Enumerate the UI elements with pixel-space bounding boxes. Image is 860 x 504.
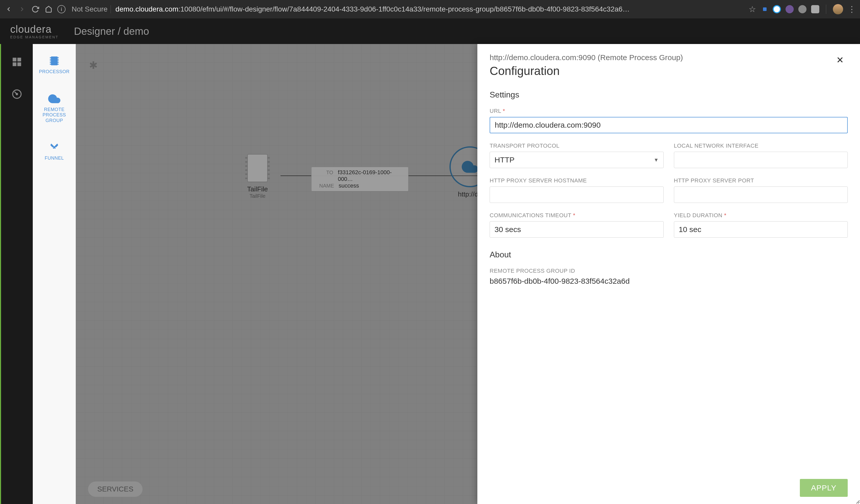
transport-select[interactable]: HTTP ▼ [490, 152, 664, 168]
svg-line-22 [858, 502, 859, 503]
about-section: About REMOTE PROCESS GROUP ID b8657f6b-d… [490, 250, 848, 285]
conn-name-key: NAME [316, 183, 334, 189]
extension-icon-4[interactable] [798, 5, 806, 13]
cloud-icon [48, 92, 61, 105]
back-button[interactable] [4, 5, 13, 14]
resize-handle[interactable] [854, 498, 860, 504]
breadcrumb[interactable]: Designer / demo [74, 26, 149, 37]
extension-icon-2[interactable] [773, 5, 781, 13]
conn-to-val: f331262c-0169-1000-000… [338, 169, 404, 182]
logo-text: cloudera [10, 24, 59, 35]
svg-rect-0 [13, 58, 17, 62]
sidebar-label: PROCESSOR [39, 69, 70, 75]
app-header: cloudera EDGE MANAGEMENT Designer / demo [0, 18, 860, 44]
configuration-panel: http://demo.cloudera.com:9090 (Remote Pr… [477, 44, 860, 504]
comm-timeout-label: COMMUNICATIONS TIMEOUT * [490, 212, 664, 219]
chrome-menu[interactable]: ⋮ [848, 4, 856, 14]
conn-to-key: TO [316, 169, 333, 176]
form-group-yield: YIELD DURATION * [674, 212, 848, 238]
svg-line-21 [857, 500, 859, 503]
svg-rect-6 [51, 57, 58, 65]
sidebar-item-rpg[interactable]: REMOTE PROCESS GROUP [33, 88, 76, 128]
main-layout: PROCESSOR REMOTE PROCESS GROUP FUNNEL ✱ … [0, 44, 860, 504]
proxy-port-label: HTTP PROXY SERVER PORT [674, 177, 848, 184]
transport-value: HTTP [494, 155, 515, 164]
svg-rect-2 [13, 62, 17, 66]
connection-label[interactable]: TO f331262c-0169-1000-000… NAME success [311, 167, 408, 191]
yield-label: YIELD DURATION * [674, 212, 848, 219]
svg-rect-1 [17, 58, 21, 62]
browser-chrome: i Not Secure demo.cloudera.com:10080/efm… [0, 0, 860, 18]
lni-label: LOCAL NETWORK INTERFACE [674, 143, 848, 149]
logo-subtitle: EDGE MANAGEMENT [10, 35, 59, 39]
processor-name: TailFile [247, 185, 268, 193]
profile-avatar[interactable] [833, 4, 843, 14]
proxy-host-label: HTTP PROXY SERVER HOSTNAME [490, 177, 664, 184]
close-button[interactable] [832, 53, 848, 68]
rail-dashboard-icon[interactable] [11, 56, 23, 68]
info-icon[interactable]: i [57, 5, 66, 13]
apply-button[interactable]: APPLY [800, 479, 848, 497]
settings-section-title: Settings [490, 90, 848, 100]
rail-gauge-icon[interactable] [11, 88, 23, 99]
form-group-proxy-port: HTTP PROXY SERVER PORT [674, 177, 848, 203]
yield-input[interactable] [674, 221, 848, 238]
svg-point-5 [16, 93, 18, 95]
about-section-title: About [490, 250, 848, 260]
config-subtitle: http://demo.cloudera.com:9090 (Remote Pr… [490, 53, 683, 62]
divider [826, 5, 826, 14]
proxy-port-input[interactable] [674, 187, 848, 203]
processor-node[interactable]: TailFile TailFile [240, 154, 275, 199]
form-group-comm-timeout: COMMUNICATIONS TIMEOUT * [490, 212, 664, 238]
form-group-url: URL * [490, 108, 848, 133]
url-host: demo.cloudera.com [115, 5, 178, 13]
chrome-actions: ☆ ⋮ [748, 4, 856, 14]
nav-rail [0, 44, 33, 504]
conn-name-val: success [339, 182, 359, 189]
url-label: URL * [490, 108, 848, 114]
sidebar-item-processor[interactable]: PROCESSOR [33, 50, 76, 79]
url-bar[interactable]: i Not Secure demo.cloudera.com:10080/efm… [57, 5, 744, 13]
extension-icon-5[interactable] [811, 5, 819, 13]
sidebar-item-funnel[interactable]: FUNNEL [33, 137, 76, 165]
proxy-host-input[interactable] [490, 187, 664, 203]
home-button[interactable] [44, 5, 53, 14]
form-group-proxy-host: HTTP PROXY SERVER HOSTNAME [490, 177, 664, 203]
forward-button[interactable] [17, 5, 27, 14]
star-icon[interactable]: ☆ [748, 5, 757, 14]
svg-rect-3 [17, 62, 21, 66]
cloud-icon [461, 158, 479, 176]
extension-icon-3[interactable] [786, 5, 794, 13]
comm-timeout-input[interactable] [490, 221, 664, 238]
config-title: Configuration [490, 64, 683, 78]
chevron-down-icon: ▼ [654, 157, 659, 163]
lni-input[interactable] [674, 152, 848, 168]
processor-icon [48, 54, 61, 68]
processor-type: TailFile [249, 193, 266, 199]
config-header: http://demo.cloudera.com:9090 (Remote Pr… [477, 44, 860, 84]
url-input[interactable] [490, 117, 848, 133]
rpg-id-label: REMOTE PROCESS GROUP ID [490, 268, 848, 274]
form-group-transport: TRANSPORT PROTOCOL HTTP ▼ [490, 143, 664, 168]
processor-chip-icon [247, 154, 268, 182]
config-footer: APPLY [477, 472, 860, 504]
logo[interactable]: cloudera EDGE MANAGEMENT [10, 24, 59, 39]
extension-icon-1[interactable] [763, 8, 766, 11]
close-icon [835, 55, 845, 64]
funnel-icon [48, 141, 61, 154]
reload-button[interactable] [31, 5, 40, 14]
asterisk-icon[interactable]: ✱ [89, 59, 99, 70]
rpg-id-value: b8657f6b-db0b-4f00-9823-83f564c32a6d [490, 277, 848, 285]
sidebar-label: REMOTE PROCESS GROUP [34, 107, 75, 123]
services-button[interactable]: SERVICES [88, 481, 143, 497]
form-group-lni: LOCAL NETWORK INTERFACE [674, 143, 848, 168]
transport-label: TRANSPORT PROTOCOL [490, 143, 664, 149]
about-rpg-id: REMOTE PROCESS GROUP ID b8657f6b-db0b-4f… [490, 268, 848, 285]
url-path: :10080/efm/ui/#/flow-designer/flow/7a844… [178, 5, 630, 13]
palette-sidebar: PROCESSOR REMOTE PROCESS GROUP FUNNEL [33, 44, 76, 504]
sidebar-label: FUNNEL [44, 155, 64, 161]
config-body: Settings URL * TRANSPORT PROTOCOL HTTP ▼ [477, 84, 860, 472]
security-indicator[interactable]: Not Secure [69, 5, 111, 13]
